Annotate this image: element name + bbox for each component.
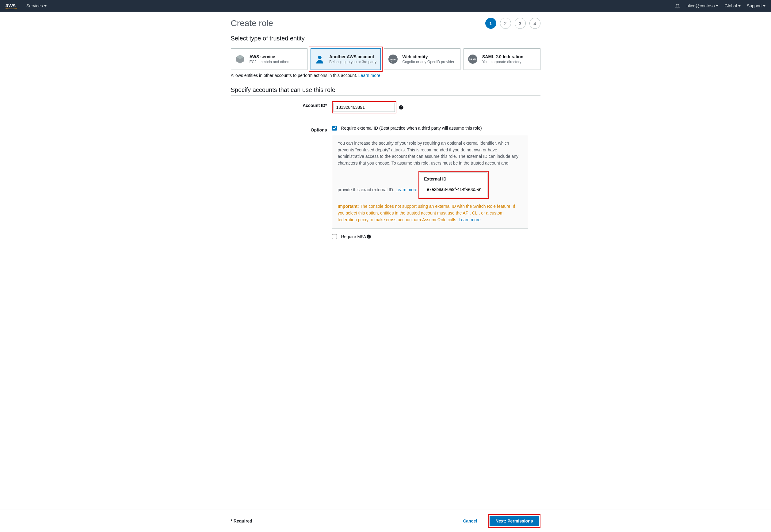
require-mfa-label-wrap: Require MFA i [341,234,371,239]
aws-logo-text: aws [6,2,16,9]
wizard-step-1[interactable]: 1 [485,18,496,29]
caret-down-icon [738,5,741,7]
entity-description-text: Allows entities in other accounts to per… [231,73,358,78]
saml-icon: SAML [467,53,479,65]
tile-title: AWS service [249,54,290,59]
tile-sub: EC2, Lambda and others [249,60,290,64]
person-icon [314,53,325,65]
require-external-id-label: Require external ID (Best practice when … [341,126,482,131]
options-row: Options Require external ID (Best practi… [231,126,541,239]
account-id-input[interactable] [333,103,395,112]
learn-more-link[interactable]: Learn more [358,73,380,78]
important-label: Important: [338,204,359,209]
highlight-annotation: External ID [419,171,489,199]
tile-title: Another AWS account [329,54,376,59]
account-id-label: Account ID* [231,101,332,108]
nav-support-label: Support [747,3,762,8]
highlight-annotation: Next: Permissions [488,514,540,528]
info-icon[interactable]: i [399,105,404,110]
tile-sub: Your corporate directory [482,60,523,64]
trusted-entity-tiles: AWS service EC2, Lambda and others Anoth… [231,48,541,70]
caret-down-icon [763,5,765,7]
tile-another-aws-account[interactable]: Another AWS account Belonging to you or … [310,48,381,70]
nav-account[interactable]: alice@contoso [686,3,718,8]
external-id-box: External ID [420,173,488,198]
important-warning: Important: The console does not support … [338,203,522,223]
cube-icon [234,53,246,65]
tile-saml-federation[interactable]: SAML SAML 2.0 federation Your corporate … [464,48,541,70]
nav-support[interactable]: Support [747,3,765,8]
account-id-row: Account ID* i [231,101,541,113]
external-id-input[interactable] [424,185,484,194]
divider [231,95,541,96]
svg-point-0 [318,56,321,59]
nav-account-label: alice@contoso [686,3,715,8]
aws-logo[interactable]: aws [6,2,17,9]
entity-description: Allows entities in other accounts to per… [231,73,541,78]
nav-services-label: Services [26,3,43,8]
page-title: Create role [231,18,273,28]
nav-region-label: Global [724,3,737,8]
section-specify-accounts-title: Specify accounts that can use this role [231,86,541,93]
wizard-step-2[interactable]: 2 [500,18,511,29]
tile-aws-service[interactable]: AWS service EC2, Lambda and others [231,48,308,70]
caret-down-icon [716,5,718,7]
divider [231,44,541,44]
next-permissions-button[interactable]: Next: Permissions [490,516,539,526]
wizard-step-3[interactable]: 3 [515,18,526,29]
nav-services[interactable]: Services [26,3,47,8]
cancel-button[interactable]: Cancel [458,516,483,526]
svg-text:i: i [368,235,369,238]
notifications-bell-icon[interactable] [675,3,680,9]
svg-text:www: www [389,58,397,61]
svg-text:SAML: SAML [469,58,477,61]
require-mfa-label: Require MFA [341,234,366,239]
important-text: The console does not support using an ex… [338,204,515,222]
highlight-annotation [332,101,397,113]
svg-text:i: i [401,106,402,109]
tile-sub: Belonging to you or 3rd party [329,60,376,64]
caret-down-icon [44,5,47,7]
require-mfa-row: Require MFA i [332,234,541,239]
learn-more-link[interactable]: Learn more [396,187,418,192]
require-mfa-checkbox[interactable] [332,234,337,239]
tile-web-identity[interactable]: www Web identity Cognito or any OpenID p… [384,48,461,70]
section-trusted-entity-title: Select type of trusted entity [231,35,541,42]
tile-another-account-wrap: Another AWS account Belonging to you or … [310,48,381,70]
external-id-info-panel: You can increase the security of your ro… [332,135,528,229]
info-icon[interactable]: i [366,234,371,239]
external-id-title: External ID [424,176,484,183]
tile-sub: Cognito or any OpenID provider [403,60,454,64]
tile-title: Web identity [403,54,454,59]
nav-region[interactable]: Global [724,3,740,8]
wizard-step-4[interactable]: 4 [530,18,541,29]
learn-more-link[interactable]: Learn more [459,217,481,222]
www-icon: www [387,53,399,65]
required-note: * Required [231,519,252,523]
tile-title: SAML 2.0 federation [482,54,523,59]
options-label: Options [231,126,332,132]
wizard-stepper: 1 2 3 4 [485,18,541,29]
top-navbar: aws Services alice@contoso Global Suppor… [0,0,771,12]
require-external-id-checkbox[interactable] [332,126,337,131]
wizard-footer: * Required Cancel Next: Permissions [0,510,771,532]
